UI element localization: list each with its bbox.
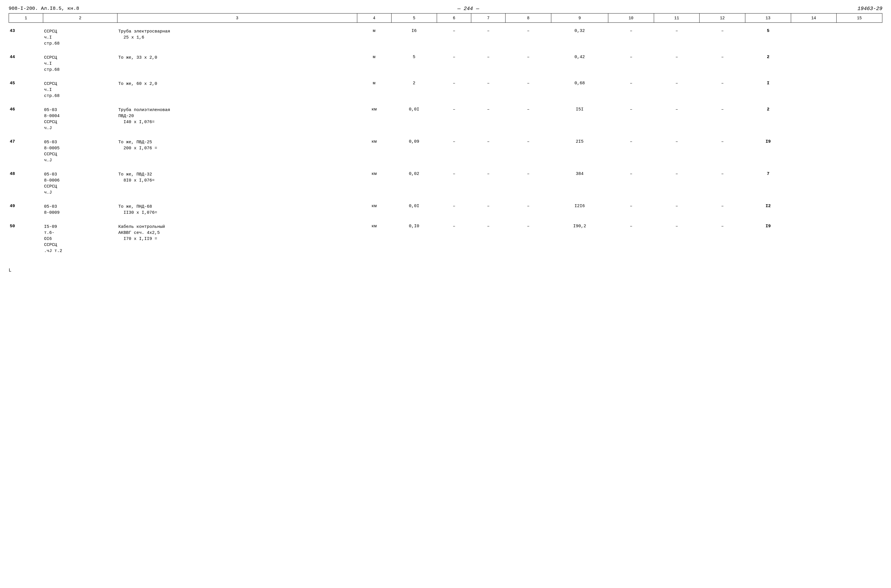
cell-r5-c3: км [357, 169, 391, 198]
cell-r7-c12: I9 [745, 221, 791, 257]
cell-r2-c10: – [654, 78, 700, 102]
col-header-8: 8 [505, 14, 551, 23]
cell-r6-c11: – [700, 201, 745, 219]
cell-r2-c14 [837, 78, 882, 102]
spacer-row [9, 219, 882, 221]
cell-r2-c0: 45 [9, 78, 43, 102]
cell-r6-c3: км [357, 201, 391, 219]
cell-r4-c11: – [700, 136, 745, 166]
cell-r2-c11: – [700, 78, 745, 102]
cell-r6-c4: 0,0I [391, 201, 437, 219]
cell-r3-c13 [791, 104, 837, 134]
cell-r4-c0: 47 [9, 136, 43, 166]
cell-r5-c11: – [700, 169, 745, 198]
cell-r1-c8: 0,42 [551, 52, 608, 76]
cell-r7-c2: Кабель контрольный АКВВГ сеч. 4x2,5 I70 … [117, 221, 357, 257]
header-center: — 244 — [457, 6, 479, 12]
cell-r0-c9: – [608, 26, 654, 50]
cell-r7-c1: I5-09 т.6- OI6 ССРСЦ .чJ т.2 [43, 221, 117, 257]
cell-r2-c7: – [505, 78, 551, 102]
cell-r5-c9: – [608, 169, 654, 198]
cell-r0-c3: м [357, 26, 391, 50]
cell-r7-c7: – [505, 221, 551, 257]
header-left: 908-I-200. Ал.I8.5, кн.8 [9, 6, 79, 11]
cell-r4-c5: – [437, 136, 471, 166]
cell-r1-c7: – [505, 52, 551, 76]
cell-r3-c8: I5I [551, 104, 608, 134]
cell-r2-c9: – [608, 78, 654, 102]
cell-r7-c9: – [608, 221, 654, 257]
table-row: 45ССРСЦ ч.I стр.68То же, 60 x 2,0м2–––0,… [9, 78, 882, 102]
cell-r5-c8: 384 [551, 169, 608, 198]
cell-r6-c12: I2 [745, 201, 791, 219]
cell-r6-c7: – [505, 201, 551, 219]
spacer-row [9, 134, 882, 136]
cell-r0-c1: ССРСЦ ч.I стр.68 [43, 26, 117, 50]
spacer-row [9, 257, 882, 259]
cell-r0-c14 [837, 26, 882, 50]
cell-r7-c10: – [654, 221, 700, 257]
cell-r2-c5: – [437, 78, 471, 102]
cell-r6-c1: 05-03 8-0009 [43, 201, 117, 219]
cell-r3-c1: 05-03 8-0004 ССРСЦ ч.J [43, 104, 117, 134]
cell-r4-c6: – [471, 136, 505, 166]
cell-r2-c3: м [357, 78, 391, 102]
spacer-row [9, 102, 882, 104]
cell-r7-c11: – [700, 221, 745, 257]
cell-r4-c10: – [654, 136, 700, 166]
col-header-2: 2 [43, 14, 117, 23]
cell-r3-c6: – [471, 104, 505, 134]
cell-r0-c0: 43 [9, 26, 43, 50]
col-header-6: 6 [437, 14, 471, 23]
cell-r4-c7: – [505, 136, 551, 166]
col-header-3: 3 [117, 14, 357, 23]
cell-r0-c7: – [505, 26, 551, 50]
cell-r7-c8: I90,2 [551, 221, 608, 257]
cell-r3-c14 [837, 104, 882, 134]
cell-r6-c8: I2I6 [551, 201, 608, 219]
cell-r2-c13 [791, 78, 837, 102]
cell-r5-c4: 0,02 [391, 169, 437, 198]
cell-r1-c4: 5 [391, 52, 437, 76]
cell-r1-c13 [791, 52, 837, 76]
cell-r1-c12: 2 [745, 52, 791, 76]
cell-r0-c4: I6 [391, 26, 437, 50]
cell-r0-c13 [791, 26, 837, 50]
cell-r1-c9: – [608, 52, 654, 76]
cell-r4-c1: 05-03 8-0005 ССРСЦ ч.J [43, 136, 117, 166]
cell-r0-c10: – [654, 26, 700, 50]
cell-r5-c13 [791, 169, 837, 198]
cell-r6-c13 [791, 201, 837, 219]
cell-r5-c0: 48 [9, 169, 43, 198]
cell-r3-c0: 46 [9, 104, 43, 134]
table-row: 43ССРСЦ ч.I стр.68Труба электросварная 2… [9, 26, 882, 50]
cell-r5-c7: – [505, 169, 551, 198]
cell-r7-c13 [791, 221, 837, 257]
cell-r1-c14 [837, 52, 882, 76]
col-header-12: 12 [700, 14, 745, 23]
cell-r5-c14 [837, 169, 882, 198]
cell-r1-c0: 44 [9, 52, 43, 76]
cell-r5-c2: То же, ПВД-32 8I0 x I,076= [117, 169, 357, 198]
table-row: 44ССРСЦ ч.I стр.68То же, 33 x 2,0м5–––0,… [9, 52, 882, 76]
table-row: 4605-03 8-0004 ССРСЦ ч.JТруба полиэтилен… [9, 104, 882, 134]
cell-r7-c5: – [437, 221, 471, 257]
cell-r3-c2: Труба полиэтиленовая ПВД-20 I40 x I,076= [117, 104, 357, 134]
cell-r4-c8: 2I5 [551, 136, 608, 166]
col-header-4: 4 [357, 14, 391, 23]
cell-r5-c10: – [654, 169, 700, 198]
col-header-13: 13 [745, 14, 791, 23]
col-header-14: 14 [791, 14, 837, 23]
cell-r0-c2: Труба электросварная 25 x 1,6 [117, 26, 357, 50]
cell-r4-c3: км [357, 136, 391, 166]
spacer-row [9, 76, 882, 78]
cell-r1-c11: – [700, 52, 745, 76]
cell-r2-c6: – [471, 78, 505, 102]
col-header-7: 7 [471, 14, 505, 23]
cell-r6-c2: То же, ПНД-68 II30 x I,076= [117, 201, 357, 219]
cell-r5-c12: 7 [745, 169, 791, 198]
cell-r3-c4: 0,0I [391, 104, 437, 134]
cell-r4-c12: I9 [745, 136, 791, 166]
cell-r3-c3: км [357, 104, 391, 134]
cell-r0-c12: 5 [745, 26, 791, 50]
